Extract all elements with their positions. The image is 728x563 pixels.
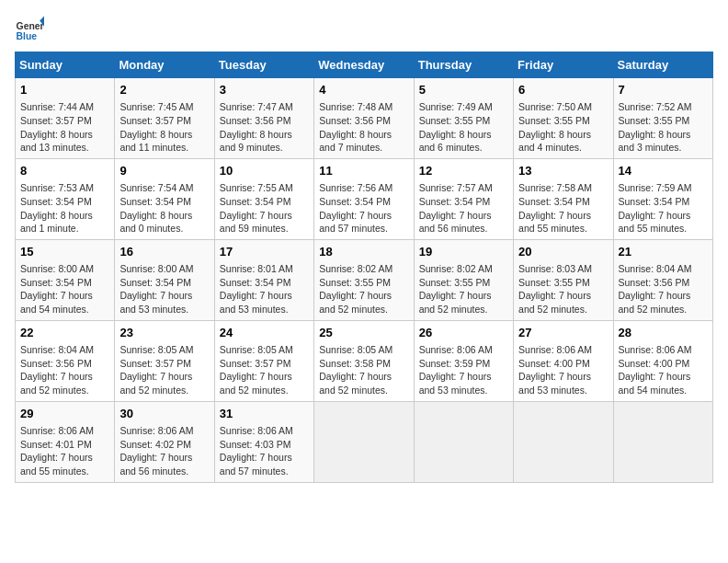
day-info: Sunrise: 7:58 AM Sunset: 3:54 PM Dayligh… [518,181,608,236]
column-header-wednesday: Wednesday [314,52,414,78]
calendar-week-row: 1Sunrise: 7:44 AM Sunset: 3:57 PM Daylig… [16,78,713,159]
day-number: 29 [20,406,109,422]
calendar-cell: 1Sunrise: 7:44 AM Sunset: 3:57 PM Daylig… [16,78,115,159]
day-number: 7 [619,82,708,98]
calendar-week-row: 8Sunrise: 7:53 AM Sunset: 3:54 PM Daylig… [16,158,713,239]
calendar-cell: 6Sunrise: 7:50 AM Sunset: 3:55 PM Daylig… [514,78,613,159]
day-info: Sunrise: 8:03 AM Sunset: 3:55 PM Dayligh… [518,262,608,316]
day-info: Sunrise: 7:50 AM Sunset: 3:55 PM Dayligh… [518,100,608,155]
calendar-cell: 9Sunrise: 7:54 AM Sunset: 3:54 PM Daylig… [115,158,214,239]
day-info: Sunrise: 8:05 AM Sunset: 3:57 PM Dayligh… [220,343,309,397]
day-info: Sunrise: 7:52 AM Sunset: 3:55 PM Dayligh… [619,100,708,155]
column-header-thursday: Thursday [414,52,513,78]
day-info: Sunrise: 7:56 AM Sunset: 3:54 PM Dayligh… [319,181,408,236]
day-number: 13 [518,163,608,179]
day-info: Sunrise: 8:00 AM Sunset: 3:54 PM Dayligh… [119,262,209,316]
calendar-cell: 2Sunrise: 7:45 AM Sunset: 3:57 PM Daylig… [115,78,214,159]
calendar-cell: 4Sunrise: 7:48 AM Sunset: 3:56 PM Daylig… [314,78,414,159]
calendar-cell: 11Sunrise: 7:56 AM Sunset: 3:54 PM Dayli… [314,158,414,239]
day-number: 8 [20,163,109,179]
calendar-cell [414,401,513,482]
day-number: 1 [20,82,109,98]
column-header-monday: Monday [115,52,214,78]
day-info: Sunrise: 8:06 AM Sunset: 4:02 PM Dayligh… [119,424,209,478]
calendar-cell: 8Sunrise: 7:53 AM Sunset: 3:54 PM Daylig… [16,158,115,239]
day-info: Sunrise: 7:49 AM Sunset: 3:55 PM Dayligh… [419,100,508,155]
day-number: 14 [619,163,708,179]
day-info: Sunrise: 7:47 AM Sunset: 3:56 PM Dayligh… [220,100,309,155]
calendar-week-row: 22Sunrise: 8:04 AM Sunset: 3:56 PM Dayli… [16,320,713,401]
calendar-cell [314,401,414,482]
calendar-cell: 10Sunrise: 7:55 AM Sunset: 3:54 PM Dayli… [214,158,313,239]
column-header-tuesday: Tuesday [214,52,313,78]
day-info: Sunrise: 7:59 AM Sunset: 3:54 PM Dayligh… [619,181,708,236]
column-header-sunday: Sunday [16,52,115,78]
calendar-cell: 30Sunrise: 8:06 AM Sunset: 4:02 PM Dayli… [115,401,214,482]
calendar-cell: 18Sunrise: 8:02 AM Sunset: 3:55 PM Dayli… [314,239,414,320]
calendar-cell: 21Sunrise: 8:04 AM Sunset: 3:56 PM Dayli… [613,239,712,320]
day-number: 10 [220,163,309,179]
day-number: 24 [220,325,309,341]
calendar-cell: 5Sunrise: 7:49 AM Sunset: 3:55 PM Daylig… [414,78,513,159]
calendar-cell: 22Sunrise: 8:04 AM Sunset: 3:56 PM Dayli… [16,320,115,401]
day-number: 18 [319,244,408,260]
day-info: Sunrise: 7:53 AM Sunset: 3:54 PM Dayligh… [20,181,109,236]
calendar-cell: 27Sunrise: 8:06 AM Sunset: 4:00 PM Dayli… [514,320,613,401]
calendar-cell [514,401,613,482]
calendar-cell: 29Sunrise: 8:06 AM Sunset: 4:01 PM Dayli… [16,401,115,482]
calendar-cell: 3Sunrise: 7:47 AM Sunset: 3:56 PM Daylig… [214,78,313,159]
day-number: 4 [319,82,408,98]
day-info: Sunrise: 8:05 AM Sunset: 3:58 PM Dayligh… [319,343,408,397]
day-number: 17 [220,244,309,260]
calendar-cell: 31Sunrise: 8:06 AM Sunset: 4:03 PM Dayli… [214,401,313,482]
calendar-header-row: SundayMondayTuesdayWednesdayThursdayFrid… [16,52,713,78]
day-number: 16 [119,244,209,260]
day-info: Sunrise: 8:06 AM Sunset: 4:01 PM Dayligh… [20,424,109,478]
day-info: Sunrise: 8:02 AM Sunset: 3:55 PM Dayligh… [419,262,508,316]
calendar-cell: 24Sunrise: 8:05 AM Sunset: 3:57 PM Dayli… [214,320,313,401]
calendar-cell [613,401,712,482]
column-header-saturday: Saturday [613,52,712,78]
calendar-cell: 19Sunrise: 8:02 AM Sunset: 3:55 PM Dayli… [414,239,513,320]
day-info: Sunrise: 8:06 AM Sunset: 4:00 PM Dayligh… [619,343,708,397]
day-info: Sunrise: 8:06 AM Sunset: 4:00 PM Dayligh… [518,343,608,397]
day-number: 26 [419,325,508,341]
day-number: 2 [119,82,209,98]
day-number: 5 [419,82,508,98]
day-number: 28 [619,325,708,341]
calendar-cell: 26Sunrise: 8:06 AM Sunset: 3:59 PM Dayli… [414,320,513,401]
day-number: 6 [518,82,608,98]
calendar-cell: 20Sunrise: 8:03 AM Sunset: 3:55 PM Dayli… [514,239,613,320]
day-info: Sunrise: 8:05 AM Sunset: 3:57 PM Dayligh… [119,343,209,397]
day-info: Sunrise: 8:01 AM Sunset: 3:54 PM Dayligh… [220,262,309,316]
day-number: 11 [319,163,408,179]
calendar-cell: 28Sunrise: 8:06 AM Sunset: 4:00 PM Dayli… [613,320,712,401]
day-info: Sunrise: 8:02 AM Sunset: 3:55 PM Dayligh… [319,262,408,316]
logo-icon: General Blue [15,15,44,44]
calendar-cell: 13Sunrise: 7:58 AM Sunset: 3:54 PM Dayli… [514,158,613,239]
column-header-friday: Friday [514,52,613,78]
calendar-cell: 25Sunrise: 8:05 AM Sunset: 3:58 PM Dayli… [314,320,414,401]
calendar-week-row: 15Sunrise: 8:00 AM Sunset: 3:54 PM Dayli… [16,239,713,320]
day-number: 3 [220,82,309,98]
day-info: Sunrise: 8:04 AM Sunset: 3:56 PM Dayligh… [619,262,708,316]
calendar-table: SundayMondayTuesdayWednesdayThursdayFrid… [15,52,713,483]
day-number: 15 [20,244,109,260]
day-info: Sunrise: 7:45 AM Sunset: 3:57 PM Dayligh… [119,100,209,155]
calendar-cell: 14Sunrise: 7:59 AM Sunset: 3:54 PM Dayli… [613,158,712,239]
day-number: 22 [20,325,109,341]
day-info: Sunrise: 8:04 AM Sunset: 3:56 PM Dayligh… [20,343,109,397]
day-number: 23 [119,325,209,341]
calendar-cell: 12Sunrise: 7:57 AM Sunset: 3:54 PM Dayli… [414,158,513,239]
calendar-cell: 7Sunrise: 7:52 AM Sunset: 3:55 PM Daylig… [613,78,712,159]
day-info: Sunrise: 8:06 AM Sunset: 4:03 PM Dayligh… [220,424,309,478]
day-number: 19 [419,244,508,260]
calendar-body: 1Sunrise: 7:44 AM Sunset: 3:57 PM Daylig… [16,78,713,483]
day-number: 31 [220,406,309,422]
calendar-week-row: 29Sunrise: 8:06 AM Sunset: 4:01 PM Dayli… [16,401,713,482]
day-info: Sunrise: 8:00 AM Sunset: 3:54 PM Dayligh… [20,262,109,316]
day-info: Sunrise: 7:54 AM Sunset: 3:54 PM Dayligh… [119,181,209,236]
day-info: Sunrise: 7:44 AM Sunset: 3:57 PM Dayligh… [20,100,109,155]
day-number: 20 [518,244,608,260]
day-info: Sunrise: 8:06 AM Sunset: 3:59 PM Dayligh… [419,343,508,397]
